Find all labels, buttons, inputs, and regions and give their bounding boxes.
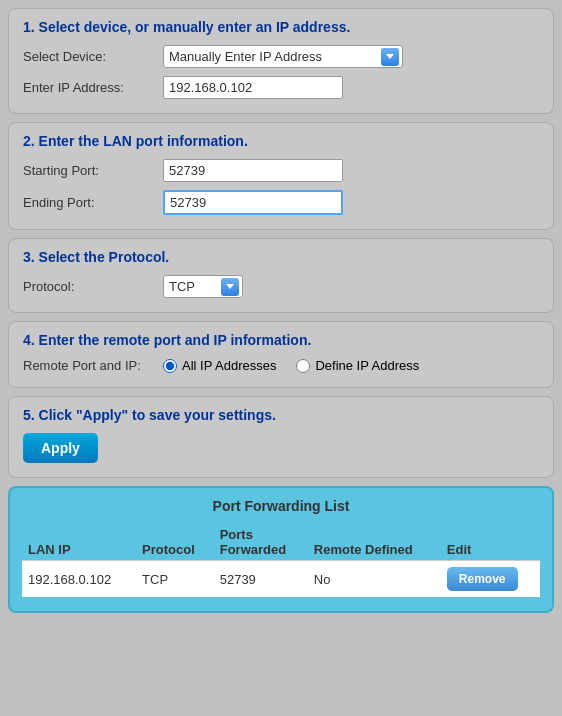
select-device-wrapper: Manually Enter IP Address [163, 45, 403, 68]
ending-port-label: Ending Port: [23, 195, 163, 210]
define-ip-radio-label[interactable]: Define IP Address [296, 358, 419, 373]
enter-ip-label: Enter IP Address: [23, 80, 163, 95]
col-remote-defined: Remote Defined [308, 524, 441, 561]
starting-port-input[interactable] [163, 159, 343, 182]
section-3: 3. Select the Protocol. Protocol: TCP UD… [8, 238, 554, 313]
section-5-title: 5. Click "Apply" to save your settings. [23, 407, 539, 423]
section-1-title: 1. Select device, or manually enter an I… [23, 19, 539, 35]
define-ip-radio[interactable] [296, 359, 310, 373]
cell-protocol: TCP [136, 561, 214, 598]
remote-port-label: Remote Port and IP: [23, 358, 163, 373]
list-section-title: Port Forwarding List [22, 498, 540, 514]
ending-port-row: Ending Port: [23, 190, 539, 215]
remote-port-row: Remote Port and IP: All IP Addresses Def… [23, 358, 539, 373]
all-ip-radio-text: All IP Addresses [182, 358, 276, 373]
section-4: 4. Enter the remote port and IP informat… [8, 321, 554, 388]
col-protocol: Protocol [136, 524, 214, 561]
cell-edit: Remove [441, 561, 540, 598]
remote-ip-radio-group: All IP Addresses Define IP Address [163, 358, 419, 373]
remove-button[interactable]: Remove [447, 567, 518, 591]
enter-ip-input[interactable] [163, 76, 343, 99]
table-header-row: LAN IP Protocol PortsForwarded Remote De… [22, 524, 540, 561]
col-ports-forwarded: PortsForwarded [214, 524, 308, 561]
table-row: 192.168.0.102 TCP 52739 No Remove [22, 561, 540, 598]
starting-port-row: Starting Port: [23, 159, 539, 182]
cell-remote-defined: No [308, 561, 441, 598]
section-1: 1. Select device, or manually enter an I… [8, 8, 554, 114]
starting-port-label: Starting Port: [23, 163, 163, 178]
select-device-label: Select Device: [23, 49, 163, 64]
select-device-row: Select Device: Manually Enter IP Address [23, 45, 539, 68]
section-5: 5. Click "Apply" to save your settings. … [8, 396, 554, 478]
protocol-select[interactable]: TCP UDP Both [163, 275, 243, 298]
port-forwarding-list-section: Port Forwarding List LAN IP Protocol Por… [8, 486, 554, 613]
define-ip-radio-text: Define IP Address [315, 358, 419, 373]
protocol-label: Protocol: [23, 279, 163, 294]
apply-button[interactable]: Apply [23, 433, 98, 463]
select-device-input[interactable]: Manually Enter IP Address [163, 45, 403, 68]
protocol-row: Protocol: TCP UDP Both [23, 275, 539, 298]
port-forwarding-table: LAN IP Protocol PortsForwarded Remote De… [22, 524, 540, 597]
col-lan-ip: LAN IP [22, 524, 136, 561]
protocol-select-wrapper: TCP UDP Both [163, 275, 243, 298]
section-3-title: 3. Select the Protocol. [23, 249, 539, 265]
section-4-title: 4. Enter the remote port and IP informat… [23, 332, 539, 348]
col-edit: Edit [441, 524, 540, 561]
all-ip-radio[interactable] [163, 359, 177, 373]
ending-port-input[interactable] [163, 190, 343, 215]
section-2: 2. Enter the LAN port information. Start… [8, 122, 554, 230]
all-ip-radio-label[interactable]: All IP Addresses [163, 358, 276, 373]
enter-ip-row: Enter IP Address: [23, 76, 539, 99]
cell-ports-forwarded: 52739 [214, 561, 308, 598]
cell-lan-ip: 192.168.0.102 [22, 561, 136, 598]
section-2-title: 2. Enter the LAN port information. [23, 133, 539, 149]
